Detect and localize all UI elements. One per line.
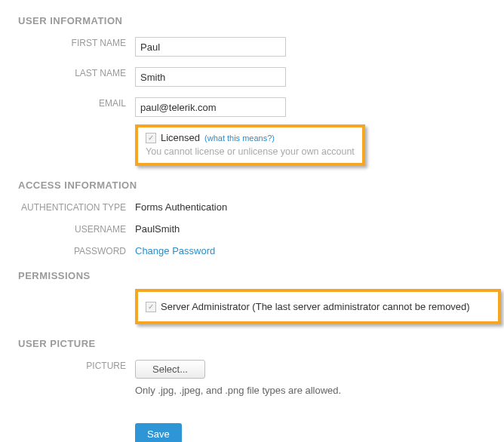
section-permissions: PERMISSIONS (18, 270, 489, 281)
auth-type-label: AUTHENTICATION TYPE (18, 198, 135, 213)
licensed-label: Licensed (161, 132, 200, 143)
picture-select-button[interactable]: Select... (135, 360, 205, 379)
section-user-information: USER INFORMATION (18, 15, 489, 26)
server-admin-label: Server Administrator (The last server ad… (161, 301, 470, 312)
email-label: EMAIL (18, 94, 135, 109)
licensed-highlight: ✓ Licensed (what this means?) You cannot… (135, 124, 365, 166)
licensed-help-link[interactable]: (what this means?) (204, 134, 275, 143)
server-admin-checkbox: ✓ (146, 302, 156, 312)
change-password-link[interactable]: Change Password (135, 245, 215, 256)
last-name-label: LAST NAME (18, 64, 135, 78)
password-label: PASSWORD (18, 242, 135, 256)
licensed-note: You cannot license or unlicense your own… (146, 146, 355, 157)
section-user-picture: USER PICTURE (18, 338, 489, 349)
server-admin-highlight: ✓ Server Administrator (The last server … (135, 289, 501, 324)
picture-hint: Only .jpg, .jpeg, and .png file types ar… (135, 385, 489, 396)
first-name-label: FIRST NAME (18, 34, 135, 48)
auth-type-value: Forms Authentication (135, 198, 489, 213)
username-value: PaulSmith (135, 220, 489, 235)
licensed-checkbox: ✓ (146, 133, 156, 143)
last-name-input[interactable] (135, 67, 286, 87)
save-button[interactable]: Save (135, 423, 182, 442)
email-input[interactable] (135, 97, 286, 117)
first-name-input[interactable] (135, 37, 286, 57)
username-label: USERNAME (18, 220, 135, 235)
picture-label: PICTURE (18, 357, 135, 371)
section-access-information: ACCESS INFORMATION (18, 180, 489, 191)
